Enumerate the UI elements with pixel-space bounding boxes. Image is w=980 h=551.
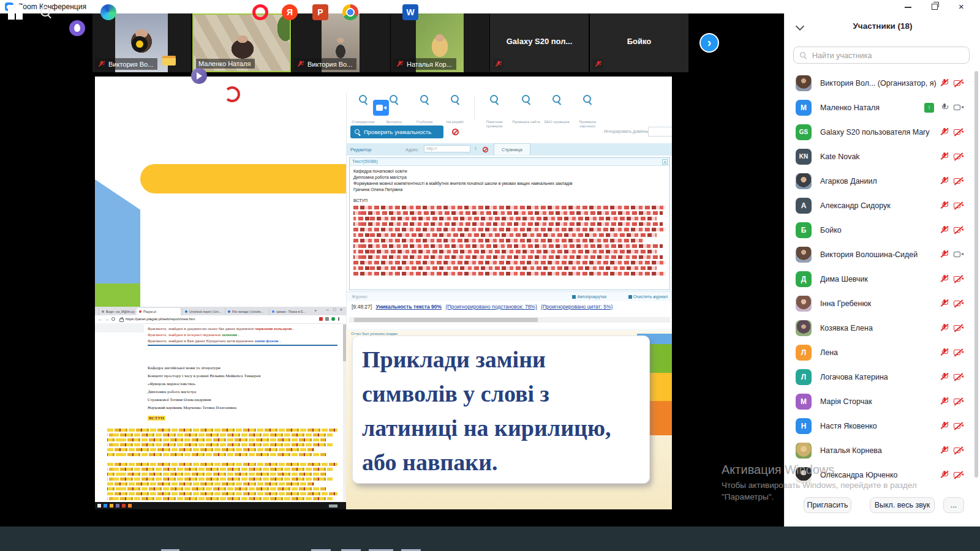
aimp-icon[interactable] bbox=[132, 36, 148, 52]
magnifier-icon bbox=[389, 95, 399, 105]
next-page-arrow-button[interactable]: › bbox=[699, 33, 719, 53]
participant-row[interactable]: Олександра Юрченко bbox=[785, 463, 980, 487]
participant-row[interactable]: Н Настя Яковенко bbox=[785, 414, 980, 438]
mic-off-icon[interactable] bbox=[940, 299, 949, 308]
mic-off-icon[interactable] bbox=[940, 372, 949, 381]
profile-icon bbox=[331, 317, 335, 321]
mic-off-icon[interactable] bbox=[940, 323, 949, 332]
redacted-line bbox=[107, 438, 326, 441]
participant-name: Дима Шевчик bbox=[820, 267, 938, 291]
ignored-citations-link: (Проигнорировано цитат: 5%) bbox=[541, 304, 612, 310]
antivirus-icon[interactable] bbox=[222, 84, 238, 100]
doc-line: Дипломна робота магістра bbox=[148, 389, 196, 395]
file-explorer-icon[interactable] bbox=[161, 52, 177, 68]
mic-off-icon[interactable] bbox=[940, 176, 949, 186]
mic-on-icon[interactable] bbox=[940, 103, 949, 112]
mic-off-icon[interactable] bbox=[940, 348, 949, 357]
opera-icon[interactable] bbox=[252, 4, 268, 20]
taskbar-search-icon[interactable] bbox=[38, 4, 54, 20]
restore-button[interactable] bbox=[932, 4, 938, 10]
camera-off-icon[interactable] bbox=[954, 276, 964, 283]
mic-off-icon[interactable] bbox=[940, 250, 949, 259]
participant-row[interactable]: А Александр Сидорук bbox=[785, 193, 980, 218]
participant-name: Наталья Корнева bbox=[820, 438, 938, 463]
font-size-icon: A bbox=[662, 159, 668, 165]
video-tile[interactable]: Виктория Во... bbox=[292, 13, 390, 72]
legend-line: Фрагменти, знайдені в документах інших б… bbox=[148, 326, 294, 331]
participant-row[interactable]: KN Kate Novak bbox=[785, 144, 980, 169]
avatar: KN bbox=[796, 149, 812, 165]
camera-off-icon[interactable] bbox=[954, 447, 964, 454]
minimize-button[interactable] bbox=[905, 7, 911, 8]
camera-off-icon[interactable] bbox=[954, 349, 964, 356]
camera-off-icon[interactable] bbox=[954, 373, 964, 381]
participant-row[interactable]: Інна Гребенюк bbox=[785, 291, 980, 316]
word-icon[interactable]: W bbox=[402, 4, 418, 20]
video-tile[interactable]: Наталья Кор... bbox=[391, 13, 489, 72]
mic-off-icon[interactable] bbox=[940, 421, 949, 430]
magnifier-icon bbox=[358, 95, 368, 105]
mic-off-icon[interactable] bbox=[940, 78, 949, 88]
participant-row[interactable]: Наталья Корнева bbox=[785, 438, 980, 463]
close-button[interactable]: × bbox=[959, 1, 964, 13]
participant-row[interactable]: Виктория Волошина-Сидей bbox=[785, 242, 980, 267]
camera-on-icon[interactable] bbox=[954, 104, 964, 111]
participant-row[interactable]: GS Galaxy S20 пользователя Mary bbox=[785, 120, 980, 144]
participant-row[interactable]: Б Бойко bbox=[785, 218, 980, 242]
taskbar-app-icon[interactable] bbox=[69, 20, 85, 36]
camera-off-icon[interactable] bbox=[954, 129, 964, 136]
video-tile-active-speaker[interactable]: Маленко Наталя bbox=[192, 13, 291, 72]
yandex-browser-icon[interactable]: Я bbox=[282, 4, 298, 20]
participant-row[interactable]: Виктория Вол... (Организатор, я) bbox=[785, 71, 980, 96]
mic-off-icon[interactable] bbox=[940, 201, 949, 210]
search-input[interactable] bbox=[811, 49, 960, 62]
mic-off-icon[interactable] bbox=[940, 446, 949, 455]
camera-off-icon[interactable] bbox=[954, 80, 964, 87]
powerpoint-icon[interactable]: P bbox=[312, 4, 328, 20]
mic-off-icon[interactable] bbox=[940, 274, 949, 283]
camera-on-icon[interactable] bbox=[954, 251, 964, 258]
participant-row[interactable]: Л Лена bbox=[785, 340, 980, 365]
mute-all-button[interactable]: Выкл. весь звук bbox=[870, 497, 935, 513]
panel-scrollbar[interactable] bbox=[974, 71, 978, 478]
camera-off-icon[interactable] bbox=[954, 324, 964, 332]
search-box[interactable] bbox=[793, 47, 970, 64]
magnifier-icon bbox=[420, 95, 429, 105]
camera-off-icon[interactable] bbox=[954, 422, 964, 430]
participant-row[interactable]: Л Логачова Катерина bbox=[785, 365, 980, 389]
camera-off-icon[interactable] bbox=[954, 178, 964, 185]
start-button[interactable] bbox=[7, 4, 24, 21]
camera-off-icon[interactable] bbox=[954, 153, 964, 160]
mic-off-icon[interactable] bbox=[940, 127, 949, 137]
camera-off-icon[interactable] bbox=[954, 471, 964, 479]
mic-off-icon[interactable] bbox=[940, 152, 949, 161]
participant-row[interactable]: Д Дима Шевчик bbox=[785, 267, 980, 291]
participant-name: Александр Сидорук bbox=[820, 193, 938, 218]
edge-icon[interactable] bbox=[100, 4, 116, 20]
avatar: Л bbox=[796, 369, 812, 385]
shared-screen: Отчет был успешно создан Стандартная Экс… bbox=[95, 77, 672, 509]
windows-taskbar bbox=[0, 527, 980, 551]
video-tile[interactable]: Бойко bbox=[590, 13, 688, 72]
plagiarism-checker-screenshot: Стандартная Экспресс Глубокая На рерайт … bbox=[346, 93, 672, 329]
camera-off-icon[interactable] bbox=[954, 300, 964, 307]
padlock-icon bbox=[119, 318, 124, 322]
mic-off-icon[interactable] bbox=[940, 397, 949, 406]
participant-row[interactable]: М Маленко Наталя ↑ bbox=[785, 96, 980, 120]
camera-off-icon[interactable] bbox=[954, 202, 964, 209]
mic-off-icon[interactable] bbox=[940, 470, 949, 479]
participant-row[interactable]: Агарков Даниил bbox=[785, 169, 980, 193]
invite-button[interactable]: Пригласить bbox=[804, 497, 851, 513]
more-options-button[interactable]: ... bbox=[943, 497, 964, 513]
participant-row[interactable]: Козявка Елена bbox=[785, 316, 980, 340]
mic-off-icon[interactable] bbox=[940, 225, 949, 234]
chrome-icon[interactable] bbox=[342, 4, 358, 20]
camera-off-icon[interactable] bbox=[954, 398, 964, 405]
participant-row[interactable]: М Марія Сторчак bbox=[785, 389, 980, 414]
redacted-line bbox=[107, 453, 326, 456]
url-text: https://panel.plagiat.pl/web/report/view… bbox=[126, 317, 195, 321]
zoom-taskbar-icon[interactable] bbox=[373, 100, 389, 116]
video-tile[interactable]: Galaxy S20 пол... bbox=[490, 13, 589, 72]
camera-off-icon[interactable] bbox=[954, 227, 964, 234]
media-player-icon[interactable] bbox=[191, 68, 207, 84]
